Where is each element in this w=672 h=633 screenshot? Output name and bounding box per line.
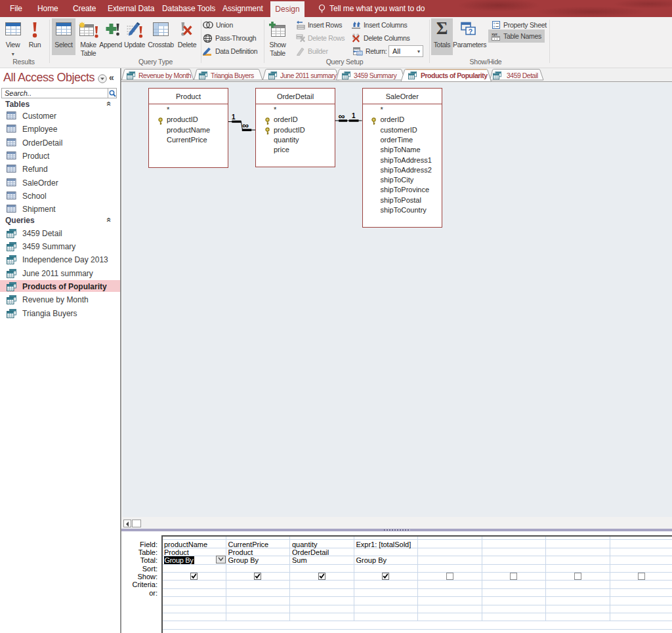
svg-text:1: 1: [232, 113, 236, 121]
svg-text:?: ?: [469, 28, 473, 35]
svg-text:∞: ∞: [339, 111, 345, 121]
svg-text:10: 10: [358, 51, 361, 55]
svg-text:xyz: xyz: [492, 32, 497, 36]
svg-text:∞: ∞: [242, 120, 249, 131]
svg-text:1: 1: [352, 112, 356, 119]
